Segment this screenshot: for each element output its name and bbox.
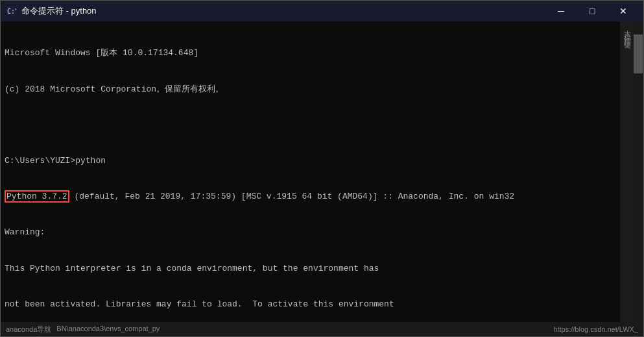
python-version-rest: (default, Feb 21 2019, 17:35:59) [MSC v.… [69, 192, 515, 201]
line-4: C:\Users\YUZI>python [5, 155, 616, 168]
terminal-scrollbar[interactable] [633, 21, 643, 322]
bottom-bar: anaconda导航 BN\anaconda3\envs_compat_py h… [1, 322, 643, 336]
bottom-item-1: anaconda导航 [6, 325, 51, 334]
terminal-body: Microsoft Windows [版本 10.0.17134.648] (c… [1, 21, 643, 322]
close-button[interactable]: ✕ [608, 2, 638, 20]
cmd-icon: C:\ [6, 6, 16, 16]
scrollbar-thumb[interactable] [634, 34, 643, 73]
window-title: 命令提示符 - python [21, 5, 97, 17]
title-bar-left: C:\ 命令提示符 - python [6, 5, 97, 17]
window: C:\ 命令提示符 - python ─ □ ✕ Microsoft Windo… [0, 0, 644, 337]
python-version-highlight: Python 3.7.2 [5, 190, 69, 203]
bottom-right-url: https://blog.csdn.net/LWX_ [553, 325, 638, 333]
line-2: (c) 2018 Microsoft Corporation。保留所有权利。 [5, 84, 616, 96]
line-7: This Python interpreter is in a conda en… [5, 263, 616, 275]
title-bar-controls: ─ □ ✕ [546, 2, 638, 20]
minimize-button[interactable]: ─ [546, 2, 576, 20]
svg-text:C:\: C:\ [7, 8, 16, 15]
line-8: not been activated. Libraries may fail t… [5, 299, 616, 311]
terminal-main[interactable]: Microsoft Windows [版本 10.0.17134.648] (c… [1, 21, 620, 322]
line-5: Python 3.7.2 (default, Feb 21 2019, 17:3… [5, 191, 616, 203]
line-1: Microsoft Windows [版本 10.0.17134.648] [5, 47, 616, 60]
title-bar: C:\ 命令提示符 - python ─ □ ✕ [1, 1, 643, 21]
line-3-empty [5, 119, 616, 132]
terminal-output: Microsoft Windows [版本 10.0.17134.648] (c… [5, 24, 616, 322]
line-6-warning: Warning: [5, 227, 616, 239]
bottom-item-2: BN\anaconda3\envs_compat_py [56, 325, 160, 334]
sidebar-right: 大 稳 精 键 [620, 21, 633, 322]
maximize-button[interactable]: □ [577, 2, 607, 20]
bottom-left: anaconda导航 BN\anaconda3\envs_compat_py [6, 325, 160, 334]
